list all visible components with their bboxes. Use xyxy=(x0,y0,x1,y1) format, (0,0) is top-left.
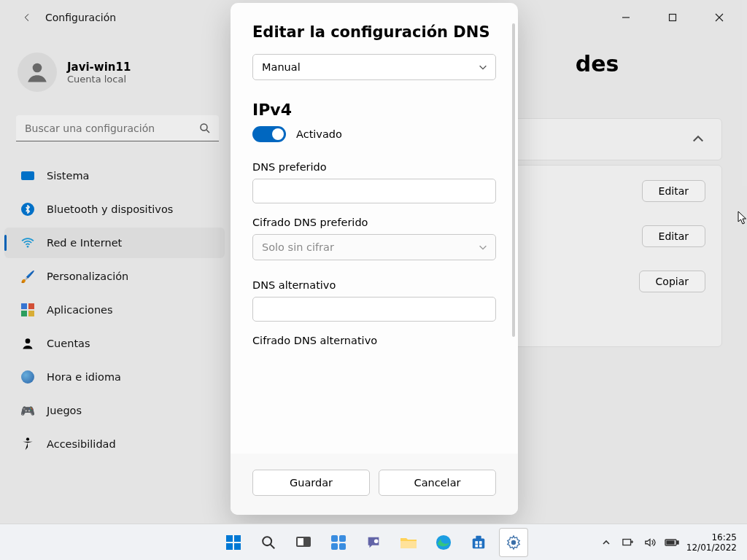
ipv4-heading: IPv4 xyxy=(252,101,496,119)
save-button[interactable]: Guardar xyxy=(252,470,370,496)
svg-rect-27 xyxy=(623,539,631,545)
chevron-down-icon xyxy=(478,62,488,74)
preferred-dns-enc-select[interactable]: Solo sin cifrar xyxy=(252,234,496,260)
svg-rect-21 xyxy=(476,535,481,539)
chat-button[interactable] xyxy=(359,528,388,557)
mode-select-value: Manual xyxy=(262,61,301,73)
preferred-dns-enc-label: Cifrado DNS preferido xyxy=(252,217,496,228)
tray-overflow[interactable] xyxy=(599,535,614,550)
ipv4-toggle[interactable] xyxy=(252,126,286,142)
svg-rect-9 xyxy=(234,543,241,550)
edge-browser[interactable] xyxy=(429,528,458,557)
svg-rect-20 xyxy=(473,538,485,548)
system-tray: 16:25 12/01/2022 xyxy=(599,532,747,553)
battery-tray-icon[interactable] xyxy=(665,535,679,550)
file-explorer[interactable] xyxy=(394,528,423,557)
svg-rect-15 xyxy=(331,543,338,550)
svg-rect-6 xyxy=(226,535,233,542)
dialog-footer: Guardar Cancelar xyxy=(231,454,518,515)
svg-rect-18 xyxy=(400,541,417,548)
alternate-dns-label: DNS alternativo xyxy=(252,279,496,291)
mode-select[interactable]: Manual xyxy=(252,54,496,80)
clock[interactable]: 16:25 12/01/2022 xyxy=(686,532,737,553)
volume-tray-icon[interactable] xyxy=(643,535,657,550)
chevron-down-icon xyxy=(478,242,488,254)
preferred-enc-value: Solo sin cifrar xyxy=(262,241,334,253)
svg-rect-24 xyxy=(475,544,478,547)
svg-rect-7 xyxy=(234,535,241,542)
alternate-dns-enc-label: Cifrado DNS alternativo xyxy=(252,335,496,346)
svg-rect-23 xyxy=(479,541,482,544)
network-tray-icon[interactable] xyxy=(621,535,635,550)
svg-point-10 xyxy=(263,537,271,545)
svg-rect-8 xyxy=(226,543,233,550)
dns-dialog: Editar la configuración DNS Manual IPv4 … xyxy=(231,3,518,515)
svg-rect-30 xyxy=(667,541,674,544)
alternate-dns-input[interactable] xyxy=(252,297,496,322)
taskbar: 16:25 12/01/2022 xyxy=(0,524,747,560)
clock-date: 12/01/2022 xyxy=(686,542,737,553)
svg-rect-16 xyxy=(339,543,346,550)
svg-rect-13 xyxy=(331,535,338,542)
scrollbar[interactable] xyxy=(512,23,515,337)
taskbar-search[interactable] xyxy=(254,528,283,557)
task-view[interactable] xyxy=(289,528,318,557)
dialog-title: Editar la configuración DNS xyxy=(252,23,496,41)
svg-rect-12 xyxy=(298,538,303,545)
taskbar-center xyxy=(219,528,528,557)
svg-point-17 xyxy=(374,539,379,543)
start-button[interactable] xyxy=(219,528,248,557)
microsoft-store[interactable] xyxy=(464,528,493,557)
settings-window: Configuración Javi-win11 Cuenta local xyxy=(0,0,747,560)
preferred-dns-label: DNS preferido xyxy=(252,161,496,173)
clock-time: 16:25 xyxy=(686,532,737,542)
cancel-button[interactable]: Cancelar xyxy=(379,470,496,496)
toggle-label: Activado xyxy=(296,128,342,140)
svg-rect-29 xyxy=(677,541,678,544)
svg-rect-14 xyxy=(339,535,346,542)
settings-app[interactable] xyxy=(499,528,528,557)
svg-point-26 xyxy=(511,540,516,544)
widgets-button[interactable] xyxy=(324,528,353,557)
svg-rect-25 xyxy=(479,544,482,547)
preferred-dns-input[interactable] xyxy=(252,179,496,203)
svg-rect-22 xyxy=(475,541,478,544)
